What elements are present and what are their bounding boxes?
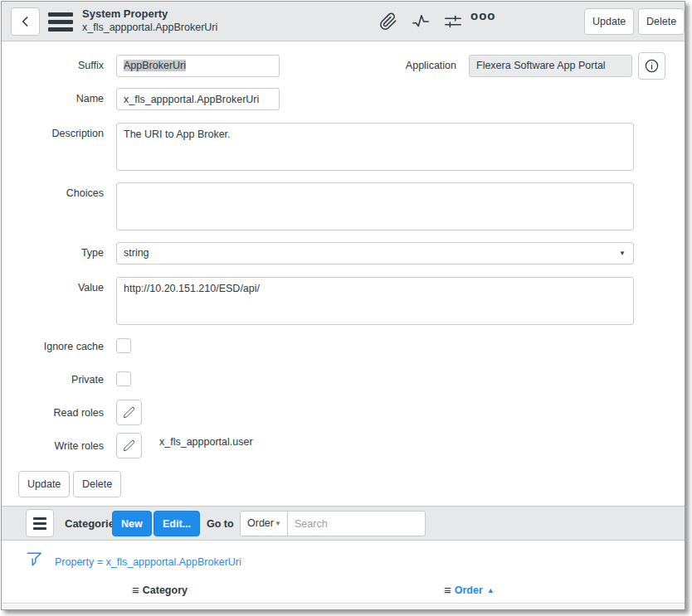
column-menu-icon[interactable]: ≡ xyxy=(132,583,139,597)
application-field: Flexera Software App Portal xyxy=(469,55,632,77)
goto-label: Go to xyxy=(207,518,234,530)
suffix-selected-text: AppBrokerUri xyxy=(124,60,186,71)
type-label: Type xyxy=(18,247,104,259)
pencil-icon xyxy=(123,406,135,419)
name-input[interactable] xyxy=(116,88,280,110)
activity-stream-icon[interactable] xyxy=(412,12,430,31)
write-roles-label: Write roles xyxy=(18,440,104,452)
write-roles-edit-button[interactable] xyxy=(116,433,142,458)
value-textarea[interactable]: http://10.20.151.210/ESD/api/ xyxy=(116,277,634,325)
column-menu-icon[interactable]: ≡ xyxy=(444,583,451,597)
page-title-block: System Property x_fls_appportal.AppBroke… xyxy=(82,7,217,34)
list-footer-area xyxy=(2,604,685,609)
screenshot: System Property x_fls_appportal.AppBroke… xyxy=(0,0,692,616)
header-update-button[interactable]: Update xyxy=(584,8,634,35)
menu-icon xyxy=(33,517,46,530)
form-update-button[interactable]: Update xyxy=(18,471,70,497)
list-filter-row: Property = x_fls_appportal.AppBrokerUri xyxy=(2,541,685,577)
attachment-icon[interactable] xyxy=(379,12,397,31)
goto-selected-value: Order xyxy=(247,517,274,529)
new-button[interactable]: New xyxy=(112,511,152,536)
filter-breadcrumb-link[interactable]: Property = x_fls_appportal.AppBrokerUri xyxy=(55,556,241,568)
edit-button[interactable]: Edit... xyxy=(154,511,200,536)
list-column-header-row: ⚙ ≡ Category ≡ Order ▲ xyxy=(2,577,685,604)
category-column-label: Category xyxy=(143,584,188,596)
page-title: System Property xyxy=(82,7,217,21)
select-caret-icon: ▼ xyxy=(619,243,626,264)
private-checkbox[interactable] xyxy=(116,371,131,386)
read-roles-edit-button[interactable] xyxy=(116,400,142,425)
ignore-cache-checkbox[interactable] xyxy=(116,338,131,353)
form-header-bar: System Property x_fls_appportal.AppBroke… xyxy=(2,2,685,41)
write-roles-value: x_fls_appportal.user xyxy=(159,436,253,448)
application-label: Application xyxy=(350,60,456,71)
description-textarea[interactable]: The URI to App Broker. xyxy=(116,123,634,171)
chevron-left-icon xyxy=(17,13,34,30)
pencil-icon xyxy=(123,439,135,452)
filter-funnel-icon[interactable] xyxy=(25,550,43,569)
ignore-cache-label: Ignore cache xyxy=(18,341,104,352)
private-label: Private xyxy=(18,374,104,386)
personalize-form-icon[interactable] xyxy=(444,12,462,31)
form-context-menu-icon[interactable] xyxy=(48,12,73,35)
value-label: Value xyxy=(18,282,104,293)
list-context-menu-button[interactable] xyxy=(26,509,54,537)
order-column-header[interactable]: ≡ Order ▲ xyxy=(444,583,495,597)
page-subtitle: x_fls_appportal.AppBrokerUri xyxy=(82,21,217,34)
read-roles-label: Read roles xyxy=(18,407,104,419)
category-column-header[interactable]: ≡ Category xyxy=(132,583,188,597)
order-column-label: Order xyxy=(455,584,483,596)
description-label: Description xyxy=(18,128,104,139)
select-caret-icon: ▼ xyxy=(275,512,281,536)
app-window: System Property x_fls_appportal.AppBroke… xyxy=(1,1,685,610)
sort-ascending-icon: ▲ xyxy=(487,586,495,594)
suffix-input[interactable]: AppBrokerUri xyxy=(116,55,280,77)
name-label: Name xyxy=(18,93,104,104)
suffix-label: Suffix xyxy=(18,60,104,71)
choices-textarea[interactable] xyxy=(116,182,634,230)
list-search-input[interactable] xyxy=(287,511,426,536)
choices-label: Choices xyxy=(18,187,104,199)
form-delete-button[interactable]: Delete xyxy=(73,471,121,497)
categories-list-header: Categories New Edit... Go to Order ▼ xyxy=(2,506,685,541)
type-select[interactable]: string ▼ xyxy=(116,242,634,264)
goto-field-select[interactable]: Order ▼ xyxy=(240,511,288,536)
type-selected-value: string xyxy=(124,247,149,259)
application-info-button[interactable] xyxy=(638,52,665,80)
back-button[interactable] xyxy=(11,7,40,36)
info-icon xyxy=(644,58,660,74)
header-delete-button[interactable]: Delete xyxy=(638,8,685,35)
more-options-icon[interactable]: ooo xyxy=(470,8,496,22)
